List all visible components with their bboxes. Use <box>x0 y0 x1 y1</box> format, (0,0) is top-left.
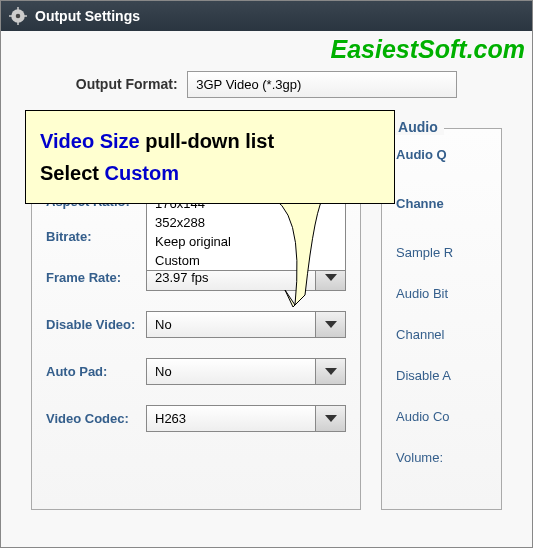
svg-rect-5 <box>24 15 27 17</box>
titlebar: Output Settings <box>1 1 532 31</box>
audio-quality-label: Audio Q <box>396 147 487 162</box>
sample-rate-label: Sample R <box>396 245 487 260</box>
frame-rate-label: Frame Rate: <box>46 270 146 285</box>
channel-label: Channe <box>396 196 487 211</box>
output-format-select[interactable]: 3GP Video (*.3gp) <box>187 71 457 98</box>
audio-panel: Audio Audio Q Channe Sample R Audio Bit … <box>381 128 502 510</box>
callout-tail-icon <box>255 195 335 325</box>
bitrate-label: Bitrate: <box>46 229 146 244</box>
disable-audio-label: Disable A <box>396 368 487 383</box>
disable-video-label: Disable Video: <box>46 317 146 332</box>
volume-label: Volume: <box>396 450 487 465</box>
svg-rect-4 <box>9 15 12 17</box>
audio-codec-label: Audio Co <box>396 409 487 424</box>
watermark-text: EasiestSoft.com <box>330 35 525 64</box>
video-codec-combo[interactable]: H263 <box>146 405 346 432</box>
chevron-down-icon[interactable] <box>315 359 345 384</box>
output-format-label: Output Format: <box>76 76 178 92</box>
auto-pad-combo[interactable]: No <box>146 358 346 385</box>
window-title: Output Settings <box>35 8 140 24</box>
video-codec-label: Video Codec: <box>46 411 146 426</box>
svg-point-1 <box>16 14 21 19</box>
output-format-row: Output Format: 3GP Video (*.3gp) <box>11 71 522 98</box>
gear-icon <box>9 7 27 25</box>
audio-panel-title: Audio <box>392 119 444 135</box>
video-codec-row: Video Codec: H263 <box>46 405 346 432</box>
auto-pad-label: Auto Pad: <box>46 364 146 379</box>
audio-bitrate-label: Audio Bit <box>396 286 487 301</box>
chevron-down-icon[interactable] <box>315 406 345 431</box>
tutorial-callout: Video Size pull-down list Select Custom <box>25 110 395 204</box>
svg-rect-3 <box>17 22 19 25</box>
svg-rect-2 <box>17 7 19 10</box>
channel-count-label: Channel <box>396 327 487 342</box>
auto-pad-row: Auto Pad: No <box>46 358 346 385</box>
